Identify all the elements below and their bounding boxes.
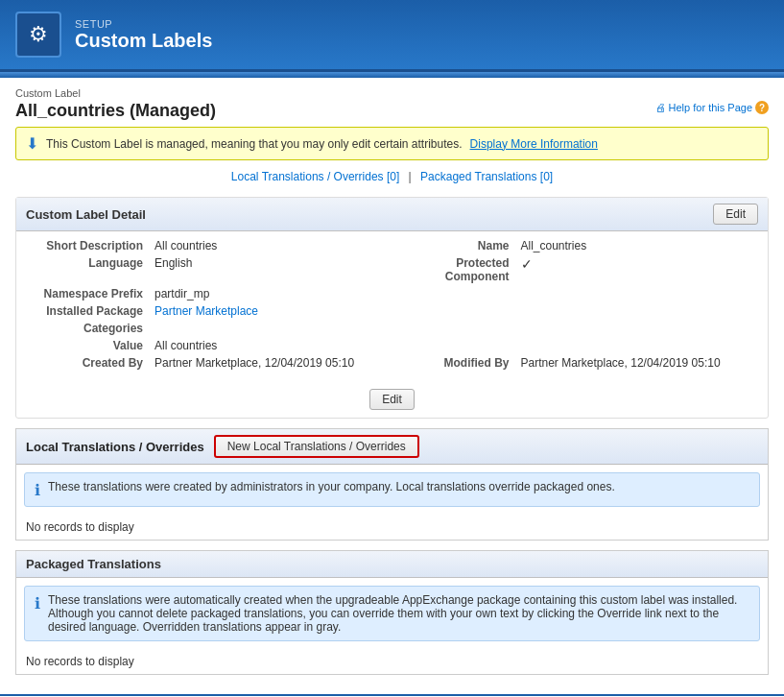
categories-label: Categories [26,322,151,335]
packaged-translations-header: Packaged Translations [16,551,768,578]
detail-row-2: Language English Protected Component ✓ [26,256,758,283]
protected-component-label: Protected Component [392,256,517,283]
info-icon-2: ℹ [35,594,40,613]
download-icon: ⬇ [26,134,38,153]
language-value: English [151,256,392,283]
local-translations-tab[interactable]: Local Translations / Overrides [0] [231,170,399,183]
namespace-prefix-value: partdir_mp [151,287,392,300]
packaged-translations-info-text: These translations were automatically cr… [48,593,749,634]
name-label: Name [392,239,517,252]
protected-component-value: ✓ [517,256,759,283]
packaged-translations-section: Packaged Translations ℹ These translatio… [15,550,769,675]
detail-section-title: Custom Label Detail [26,207,146,222]
main-content: Custom Label All_countries (Managed) 🖨 H… [0,78,784,675]
managed-banner: ⬇ This Custom Label is managed, meaning … [15,127,769,160]
local-translations-section: Local Translations / Overrides New Local… [15,428,769,541]
setup-label: SETUP [75,18,212,30]
edit-button-top[interactable]: Edit [713,204,758,225]
detail-fields: Short Description All countries Name All… [16,231,768,381]
new-local-translations-button[interactable]: New Local Translations / Overrides [214,435,419,458]
content-wrapper: Custom Label All_countries (Managed) 🖨 H… [0,78,784,694]
edit-row-bottom: Edit [16,381,768,418]
page-title: All_countries (Managed) [15,101,216,121]
packaged-translations-title: Packaged Translations [26,557,161,571]
short-description-value: All countries [151,239,392,252]
page-header: ⚙ SETUP Custom Labels [0,0,784,72]
tab-nav: Local Translations / Overrides [0] | Pac… [15,170,769,183]
packaged-translations-info: ℹ These translations were automatically … [24,586,760,641]
created-by-label: Created By [26,356,151,370]
detail-row-4: Installed Package Partner Marketplace [26,304,758,318]
question-icon: ? [755,101,769,114]
installed-package-label: Installed Package [26,304,151,318]
modified-by-label: Modified By [392,356,517,370]
breadcrumb: Custom Label [15,87,769,99]
detail-row-7: Created By Partner Marketplace, 12/04/20… [26,356,758,370]
namespace-prefix-label: Namespace Prefix [26,287,151,300]
managed-banner-text: This Custom Label is managed, meaning th… [46,137,463,151]
value-value: All countries [151,339,392,352]
short-description-label: Short Description [26,239,151,252]
help-link[interactable]: 🖨 Help for this Page ? [655,101,769,114]
header-text: SETUP Custom Labels [75,18,212,52]
created-by-value: Partner Marketplace, 12/04/2019 05:10 [151,356,392,370]
installed-package-value: Partner Marketplace [151,304,392,318]
detail-row-6: Value All countries [26,339,758,352]
detail-row-5: Categories [26,322,758,335]
value-label: Value [26,339,151,352]
categories-value [151,322,392,335]
printer-icon: 🖨 [655,102,666,113]
local-translations-info: ℹ These translations were created by adm… [24,472,760,507]
detail-row-1: Short Description All countries Name All… [26,239,758,252]
name-value: All_countries [517,239,759,252]
modified-by-value: Partner Marketplace, 12/04/2019 05:10 [517,356,759,370]
gear-icon: ⚙ [29,22,48,47]
local-translations-no-records: No records to display [16,515,768,540]
installed-package-link[interactable]: Partner Marketplace [154,304,258,318]
detail-section: Custom Label Detail Edit Short Descripti… [15,197,769,419]
edit-button-bottom[interactable]: Edit [369,389,415,410]
packaged-translations-no-records: No records to display [16,649,768,674]
page-title-row: All_countries (Managed) 🖨 Help for this … [15,101,769,121]
header-title: Custom Labels [75,30,212,52]
header-icon-box: ⚙ [15,12,61,58]
language-label: Language [26,256,151,283]
packaged-translations-tab[interactable]: Packaged Translations [0] [420,170,553,183]
info-icon: ℹ [35,481,40,499]
display-more-link[interactable]: Display More Information [470,137,598,151]
detail-section-header: Custom Label Detail Edit [16,198,768,231]
local-translations-header: Local Translations / Overrides New Local… [16,429,768,465]
local-translations-info-text: These translations were created by admin… [48,480,615,493]
detail-row-3: Namespace Prefix partdir_mp [26,287,758,300]
local-translations-title: Local Translations / Overrides [26,440,204,454]
tab-separator: | [409,170,412,183]
